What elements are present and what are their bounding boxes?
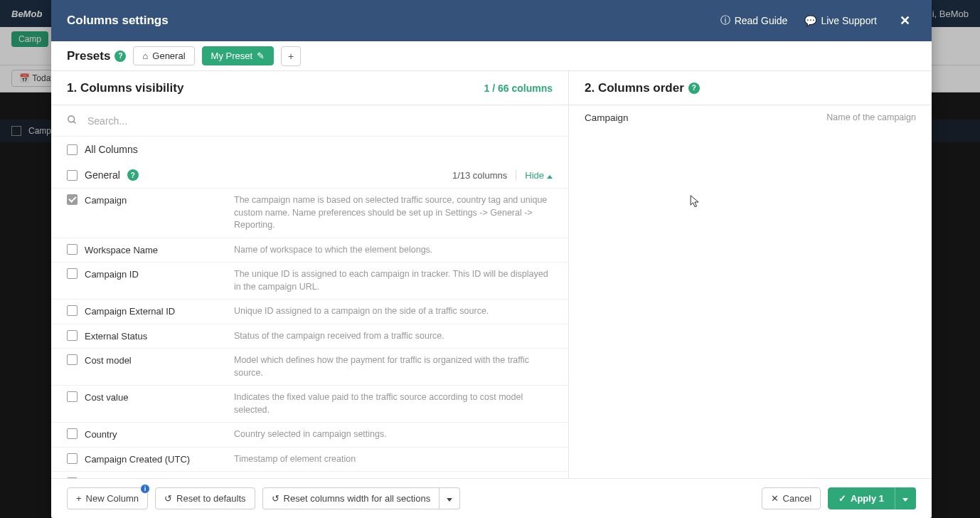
modal-header: Columns settings ⓘ Read Guide 💬 Live Sup… <box>51 0 932 41</box>
close-button[interactable]: ✕ <box>894 10 916 31</box>
pencil-icon: ✎ <box>257 51 265 61</box>
column-description: The unique ID is assigned to each campai… <box>234 268 553 293</box>
column-description: Model which defines how the payment for … <box>234 354 553 379</box>
group-general-row[interactable]: General ? 1/13 columns Hide <box>51 162 568 188</box>
column-description: The campaign name is based on selected t… <box>234 194 553 232</box>
column-checkbox[interactable] <box>67 244 78 255</box>
cancel-button[interactable]: ✕ Cancel <box>762 487 821 509</box>
order-title-text: 2. Columns order <box>585 81 684 95</box>
group-general-label: General <box>85 169 120 181</box>
reset-width-label: Reset columns width for all sections <box>284 493 431 504</box>
visibility-title: 1. Columns visibility <box>67 81 183 95</box>
preset-general-label: General <box>152 51 185 61</box>
svg-point-0 <box>68 115 75 122</box>
columns-order-pane: 2. Columns order ? CampaignName of the c… <box>569 71 932 478</box>
close-icon: ✕ <box>771 493 779 504</box>
reset-defaults-label: Reset to defaults <box>176 493 246 504</box>
column-row[interactable]: Cost modelModel which defines how the pa… <box>51 349 568 386</box>
presets-label: Presets ? <box>67 49 126 63</box>
hide-group-link[interactable]: Hide <box>516 170 553 181</box>
column-label: Country <box>85 428 227 440</box>
help-icon[interactable]: ? <box>127 169 139 181</box>
preset-general-button[interactable]: ⌂ General <box>133 46 194 65</box>
refresh-icon: ↺ <box>164 493 172 504</box>
info-badge: i <box>140 484 150 494</box>
order-list[interactable]: CampaignName of the campaign <box>569 105 932 478</box>
group-count-label: 1/13 columns <box>452 170 507 181</box>
column-description: Timestamp of element creation <box>234 453 553 466</box>
plus-icon: + <box>76 493 82 504</box>
reset-defaults-button[interactable]: ↺ Reset to defaults <box>155 487 255 509</box>
new-column-button[interactable]: + New Column i <box>67 487 148 509</box>
info-icon: ⓘ <box>720 14 730 27</box>
column-row[interactable]: CampaignThe campaign name is based on se… <box>51 188 568 238</box>
reset-width-button[interactable]: ↺ Reset columns width for all sections <box>262 487 440 509</box>
modal-footer: + New Column i ↺ Reset to defaults ↺ Res… <box>51 478 932 518</box>
column-label: External Status <box>85 330 227 342</box>
add-preset-button[interactable]: + <box>281 46 301 66</box>
all-columns-checkbox[interactable] <box>67 144 78 155</box>
live-support-link[interactable]: 💬 Live Support <box>804 15 877 26</box>
search-icon <box>67 115 78 127</box>
visibility-count: 1 / 66 columns <box>484 83 553 94</box>
hide-label: Hide <box>525 170 544 181</box>
column-row[interactable]: Campaign Created (UTC)Timestamp of eleme… <box>51 448 568 472</box>
order-item-description: Name of the campaign <box>826 112 916 123</box>
column-checkbox[interactable] <box>67 354 78 365</box>
search-input[interactable] <box>86 115 553 127</box>
column-label: Campaign External ID <box>85 305 227 317</box>
column-label: Cost value <box>85 391 227 403</box>
column-row[interactable]: External StatusStatus of the campaign re… <box>51 324 568 349</box>
all-columns-label: All Columns <box>85 144 138 155</box>
column-description: Country selected in campaign settings. <box>234 428 553 441</box>
column-label: Campaign Created (UTC) <box>85 453 227 465</box>
column-row[interactable]: Workspace NameName of workspace to which… <box>51 238 568 263</box>
column-checkbox[interactable] <box>67 391 78 402</box>
column-checkbox[interactable] <box>67 453 78 464</box>
columns-list[interactable]: All Columns General ? 1/13 columns Hide <box>51 137 568 478</box>
column-description: Unique ID assigned to a campaign on the … <box>234 305 553 318</box>
help-icon[interactable]: ? <box>114 51 126 62</box>
column-label: Campaign ID <box>85 268 227 280</box>
column-row[interactable]: Cost valueIndicates the fixed value paid… <box>51 386 568 423</box>
modal-title: Columns settings <box>67 14 169 28</box>
apply-button[interactable]: ✓ Apply 1 <box>828 487 895 509</box>
order-item[interactable]: CampaignName of the campaign <box>569 105 932 130</box>
chevron-up-icon <box>547 170 553 181</box>
column-checkbox[interactable] <box>67 194 78 205</box>
column-row[interactable]: CountryCountry selected in campaign sett… <box>51 423 568 448</box>
column-row[interactable]: Campaign External IDUnique ID assigned t… <box>51 300 568 324</box>
preset-mypreset-button[interactable]: My Preset ✎ <box>202 46 275 65</box>
chat-icon: 💬 <box>804 15 816 26</box>
column-checkbox[interactable] <box>67 428 78 439</box>
help-icon[interactable]: ? <box>688 83 700 94</box>
column-checkbox[interactable] <box>67 477 78 478</box>
column-checkbox[interactable] <box>67 268 78 279</box>
apply-dropdown[interactable] <box>895 487 916 509</box>
presets-row: Presets ? ⌂ General My Preset ✎ + <box>51 41 932 71</box>
read-guide-link[interactable]: ⓘ Read Guide <box>720 14 788 27</box>
column-checkbox[interactable] <box>67 330 78 341</box>
column-label: Cost model <box>85 354 227 366</box>
column-row[interactable]: Campaign IDThe unique ID is assigned to … <box>51 263 568 300</box>
apply-label: Apply 1 <box>851 493 884 504</box>
columns-visibility-pane: 1. Columns visibility 1 / 66 columns All… <box>51 71 569 478</box>
new-column-label: New Column <box>86 493 139 504</box>
presets-text: Presets <box>67 49 110 63</box>
column-checkbox[interactable] <box>67 305 78 316</box>
column-description: Timestamp of the last change <box>234 477 553 478</box>
live-support-label: Live Support <box>821 15 877 26</box>
group-general-checkbox[interactable] <box>67 170 78 181</box>
column-row[interactable]: Campaign Updated (UTC)Timestamp of the l… <box>51 472 568 478</box>
column-description: Status of the campaign received from a t… <box>234 330 553 343</box>
column-label: Workspace Name <box>85 244 227 255</box>
chevron-down-icon <box>902 493 908 504</box>
home-icon: ⌂ <box>142 51 148 61</box>
refresh-icon: ↺ <box>272 493 279 504</box>
reset-width-dropdown[interactable] <box>440 487 460 509</box>
all-columns-row[interactable]: All Columns <box>51 137 568 162</box>
column-label: Campaign Updated (UTC) <box>85 477 227 478</box>
order-title: 2. Columns order ? <box>585 81 700 95</box>
columns-settings-modal: Columns settings ⓘ Read Guide 💬 Live Sup… <box>51 0 932 518</box>
column-description: Name of workspace to which the element b… <box>234 244 553 257</box>
